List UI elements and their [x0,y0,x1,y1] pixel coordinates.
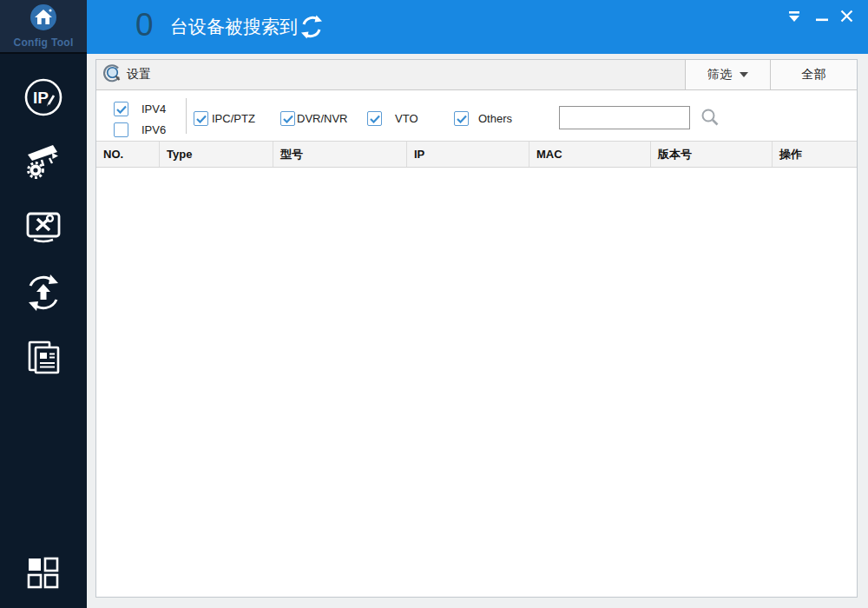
checkbox-ipv6[interactable]: IPV6 [114,122,166,137]
checkbox-box [114,122,128,137]
column-type[interactable]: Type [159,142,273,167]
close-button[interactable] [837,8,856,27]
tab-all-label: 全部 [802,67,826,83]
refresh-button[interactable] [299,14,325,40]
divider [186,98,187,134]
search-icon [700,117,720,130]
minimize-icon [816,11,828,24]
sidebar-item-system-tools[interactable] [23,207,64,248]
sidebar-item-device-info[interactable] [23,337,64,379]
checkbox-vto[interactable]: VTO [367,111,418,126]
table-header: NO. Type 型号 IP MAC 版本号 操作 [96,142,857,168]
device-count: 0 [135,7,154,43]
sidebar: Config Tool IP [0,0,87,608]
apps-grid-icon [25,555,62,591]
close-icon [840,10,853,25]
checkbox-others[interactable]: Others [454,111,512,126]
checkbox-box [114,102,128,116]
sidebar-item-modify-ip[interactable]: IP [23,76,64,118]
checkbox-box [454,111,469,126]
checkbox-dvr-nvr[interactable]: DVR/NVR [280,111,348,126]
column-version[interactable]: 版本号 [650,142,772,167]
tab-all[interactable]: 全部 [770,60,857,89]
filter-label: 筛选 [707,67,732,83]
minimize-to-tray-button[interactable] [785,8,804,27]
device-table-body [96,168,857,597]
sidebar-item-device-config[interactable] [23,140,64,182]
checkbox-box [194,111,208,126]
filter-dropdown[interactable]: 筛选 [686,60,770,89]
column-mac[interactable]: MAC [529,142,650,167]
ip-edit-icon: IP [23,77,63,117]
device-count-label: 台设备被搜索到 [170,15,298,39]
search-button[interactable] [699,107,721,129]
refresh-icon [299,30,325,43]
chevron-down-icon [740,72,748,77]
search-input[interactable] [559,106,690,129]
monitor-tools-icon [23,208,63,248]
column-operate[interactable]: 操作 [772,142,857,167]
titlebar: 0 台设备被搜索到 [87,0,868,54]
checkbox-box [367,111,382,126]
sidebar-item-upgrade[interactable] [23,272,64,314]
checkbox-ipc-ptz[interactable]: IPC/PTZ [194,111,255,126]
checkbox-box [280,111,295,126]
column-no[interactable]: NO. [96,142,159,167]
upgrade-icon [23,273,63,313]
toolbar: 设置 筛选 全部 [96,60,857,90]
app-title: Config Tool [13,36,73,49]
search-settings-button[interactable]: 设置 [96,60,686,89]
home-icon [30,3,57,35]
column-model[interactable]: 型号 [273,142,406,167]
home-button[interactable]: Config Tool [0,0,87,54]
minimize-button[interactable] [812,8,832,27]
checkbox-ipv4[interactable]: IPV4 [114,102,166,116]
camera-gear-icon [23,141,63,181]
tray-arrow-icon [787,10,801,25]
column-ip[interactable]: IP [406,142,529,167]
settings-search-icon [103,64,122,86]
svg-text:IP: IP [33,89,49,107]
settings-label: 设置 [127,67,151,83]
sidebar-item-apps-menu[interactable] [23,552,64,594]
filter-row: IPV4 IPV6 IPC/PTZ DVR/NVR VTO [96,90,857,142]
main-panel: 设置 筛选 全部 IPV4 IPV6 IPC/PTZ [95,59,858,598]
documents-icon [23,338,63,378]
